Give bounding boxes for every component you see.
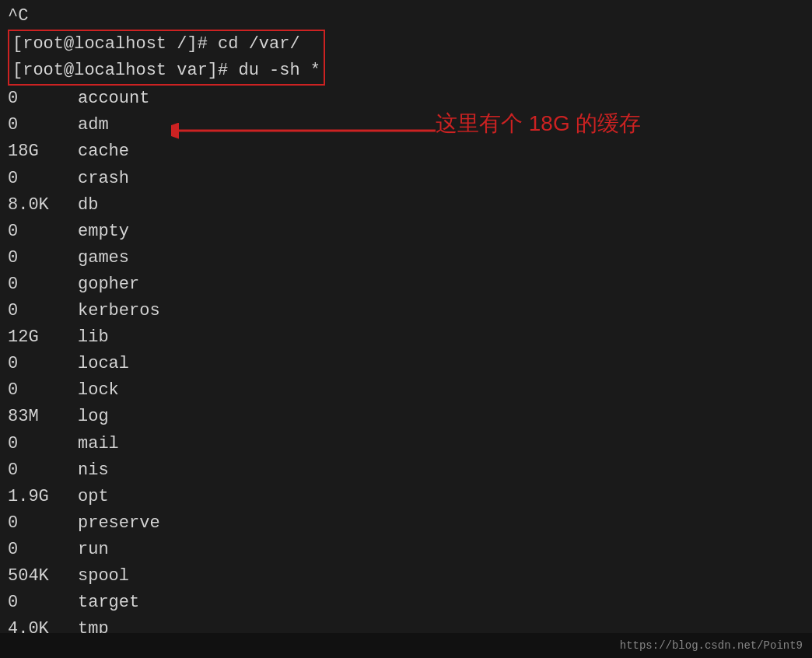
dir-size: 0 [8, 298, 78, 324]
prompt-line-2: [root@localhost var]# du -sh * [12, 58, 320, 84]
dir-row: 0target [8, 590, 804, 616]
dir-name: local [78, 351, 129, 377]
annotation-text: 这里有个 18G 的缓存 [436, 109, 641, 138]
dir-size: 0 [8, 112, 78, 138]
dir-size: 0 [8, 457, 78, 484]
dir-size: 0 [8, 271, 78, 298]
dir-row: 83Mlog [8, 404, 804, 430]
dir-name: spool [78, 563, 129, 590]
dir-row: 0local [8, 351, 804, 377]
dir-row: 0kerberos [8, 298, 804, 324]
dir-size: 12G [8, 324, 78, 351]
annotation-arrow [171, 115, 451, 146]
dir-row: 0lock [8, 377, 804, 404]
dir-size: 83M [8, 404, 78, 430]
dir-size: 1.9G [8, 484, 78, 510]
dir-size: 0 [8, 537, 78, 563]
dir-row: 0account [8, 86, 804, 112]
dir-name: adm [78, 112, 109, 138]
bottom-bar: https://blog.csdn.net/Point9 [0, 633, 812, 658]
dir-size: 0 [8, 86, 78, 112]
dir-size: 0 [8, 377, 78, 404]
dir-name: lib [78, 324, 109, 351]
dir-name: db [78, 192, 98, 219]
directory-listing: 0account0adm18Gcache0crash8.0Kdb0empty0g… [8, 86, 804, 658]
dir-row: 8.0Kdb [8, 192, 804, 219]
dir-name: nis [78, 457, 109, 484]
dir-name: cache [78, 138, 129, 165]
dir-row: 0crash [8, 166, 804, 192]
dir-size: 0 [8, 510, 78, 537]
dir-name: crash [78, 166, 129, 192]
dir-row: 0games [8, 245, 804, 271]
dir-row: 0gopher [8, 271, 804, 298]
partial-line: ^C [8, 3, 804, 30]
dir-name: empty [78, 219, 129, 245]
dir-size: 0 [8, 166, 78, 192]
dir-row: 0mail [8, 431, 804, 457]
dir-row: 1.9Gopt [8, 484, 804, 510]
dir-name: games [78, 245, 129, 271]
dir-size: 18G [8, 138, 78, 165]
dir-name: log [78, 404, 109, 430]
command-box: [root@localhost /]# cd /var/ [root@local… [8, 30, 325, 86]
dir-row: 0nis [8, 457, 804, 484]
dir-name: kerberos [78, 298, 160, 324]
dir-row: 0preserve [8, 510, 804, 537]
dir-name: lock [78, 377, 119, 404]
dir-name: target [78, 590, 139, 616]
bottom-url: https://blog.csdn.net/Point9 [620, 639, 803, 652]
dir-name: gopher [78, 271, 139, 298]
dir-size: 0 [8, 351, 78, 377]
terminal: ^C [root@localhost /]# cd /var/ [root@lo… [0, 0, 812, 658]
dir-size: 0 [8, 431, 78, 457]
dir-size: 0 [8, 590, 78, 616]
dir-name: preserve [78, 510, 160, 537]
dir-row: 0run [8, 537, 804, 563]
prompt-line-1: [root@localhost /]# cd /var/ [12, 31, 320, 58]
dir-row: 0empty [8, 219, 804, 245]
dir-row: 504Kspool [8, 563, 804, 590]
dir-size: 504K [8, 563, 78, 590]
dir-size: 0 [8, 245, 78, 271]
dir-name: run [78, 537, 109, 563]
dir-name: opt [78, 484, 109, 510]
partial-text: ^C [8, 3, 28, 30]
dir-name: mail [78, 431, 119, 457]
dir-name: account [78, 86, 149, 112]
dir-size: 8.0K [8, 192, 78, 219]
dir-row: 12Glib [8, 324, 804, 351]
dir-size: 0 [8, 219, 78, 245]
